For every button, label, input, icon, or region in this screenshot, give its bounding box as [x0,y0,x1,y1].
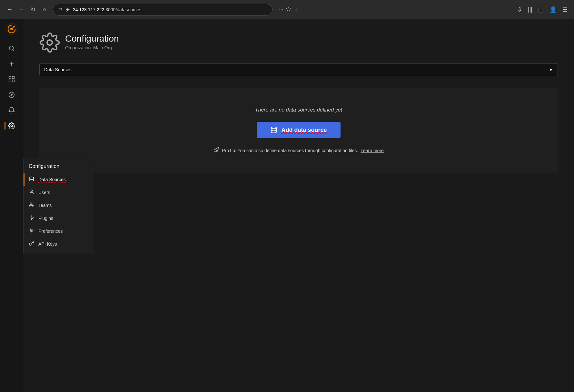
grafana-logo[interactable] [5,23,18,35]
chevron-down-icon: ▼ [549,67,553,72]
submenu-label-preferences: Preferences [38,229,63,234]
forward-button[interactable]: → [17,5,26,14]
svg-point-21 [30,229,31,230]
pocket-icon[interactable]: 🛡 [286,7,291,13]
more-options-icon[interactable]: ··· [279,7,283,13]
svg-point-22 [32,230,33,231]
sidebar-item-create[interactable] [5,57,19,71]
protip-text: ProTip: You can also define data sources… [222,148,358,153]
submenu-item-preferences[interactable]: Preferences [24,225,94,238]
sidebar-item-dashboards[interactable] [5,72,19,86]
svg-point-23 [31,231,32,232]
submenu-label-users: Users [38,190,50,195]
svg-point-16 [30,203,32,204]
svg-marker-17 [30,215,34,220]
back-button[interactable]: ← [5,5,14,14]
lightning-icon: ⚡ [65,7,70,12]
split-view-icon[interactable]: ◫ [537,5,545,15]
sidebar-item-search[interactable] [5,41,19,55]
add-button-label: Add data source [281,127,327,133]
page-title: Configuration [65,34,119,44]
svg-marker-12 [10,93,13,96]
app-layout: Configuration Data Sources Users [0,19,574,392]
sidebar-item-alerting[interactable] [5,103,19,117]
nav-buttons: ← → ↻ ⌂ [5,5,49,14]
browser-chrome: ← → ↻ ⌂ 🛡 ⚡ 34.123.117.222:3000/datasour… [0,0,574,19]
config-submenu: Configuration Data Sources Users [23,158,94,254]
browser-right-icons: ⇩ ||| ◫ 👤 ☰ [516,5,569,15]
shield-icon: 🛡 [58,7,62,12]
sidebar-item-configuration[interactable] [5,119,19,133]
svg-point-25 [271,127,277,129]
submenu-item-users[interactable]: Users [24,186,94,199]
svg-rect-8 [12,77,14,79]
svg-rect-10 [12,80,14,82]
svg-rect-9 [9,80,11,82]
content-area: There are no data sources defined yet Ad… [39,88,558,173]
submenu-item-teams[interactable]: Teams [24,199,94,212]
rocket-icon [213,147,219,154]
bookmark-icon[interactable]: ☆ [294,6,298,13]
submenu-item-api-keys[interactable]: API Keys [24,238,94,250]
submenu-item-data-sources[interactable]: Data Sources [24,173,94,186]
profile-icon[interactable]: 👤 [548,5,558,15]
svg-point-14 [30,177,34,178]
submenu-label-data-sources: Data Sources [38,177,66,182]
page-header: Configuration Organization: Main Org. [39,32,558,52]
svg-rect-7 [9,77,11,79]
users-icon [29,202,35,209]
config-gear-icon [39,32,59,52]
url-display: 34.123.117.222:3000/datasources [73,7,142,12]
address-bar[interactable]: 🛡 ⚡ 34.123.117.222:3000/datasources [53,4,272,15]
svg-point-15 [31,190,32,191]
page-subtitle: Organization: Main Org. [65,45,119,50]
download-icon[interactable]: ⇩ [516,5,523,15]
home-button[interactable]: ⌂ [40,5,49,14]
submenu-header: Configuration [24,162,94,173]
svg-point-3 [9,46,13,50]
key-icon [29,241,35,247]
header-text: Configuration Organization: Main Org. [65,34,119,50]
submenu-label-api-keys: API Keys [38,241,57,247]
add-data-source-button[interactable]: Add data source [257,122,341,138]
protip-section: ProTip: You can also define data sources… [213,147,384,154]
refresh-button[interactable]: ↻ [28,5,37,14]
submenu-item-plugins[interactable]: Plugins [24,212,94,225]
submenu-label-plugins: Plugins [38,216,53,221]
svg-point-13 [11,125,13,127]
database-icon [29,176,35,183]
sliders-icon [29,228,35,234]
svg-line-4 [13,50,14,51]
library-icon[interactable]: ||| [527,5,534,14]
dropdown-value: Data Sources [44,67,72,72]
learn-more-link[interactable]: Learn more [361,148,384,153]
menu-icon[interactable]: ☰ [561,5,569,15]
empty-state-message: There are no data sources defined yet [255,107,342,113]
svg-point-24 [47,40,52,45]
svg-point-2 [13,26,15,27]
main-content: Configuration Organization: Main Org. Da… [23,19,574,392]
plugin-icon [29,215,35,221]
submenu-label-teams: Teams [38,203,52,208]
sidebar-item-explore[interactable] [5,88,19,102]
user-icon [29,189,35,196]
section-dropdown[interactable]: Data Sources ▼ [39,63,558,76]
sidebar [0,19,23,392]
